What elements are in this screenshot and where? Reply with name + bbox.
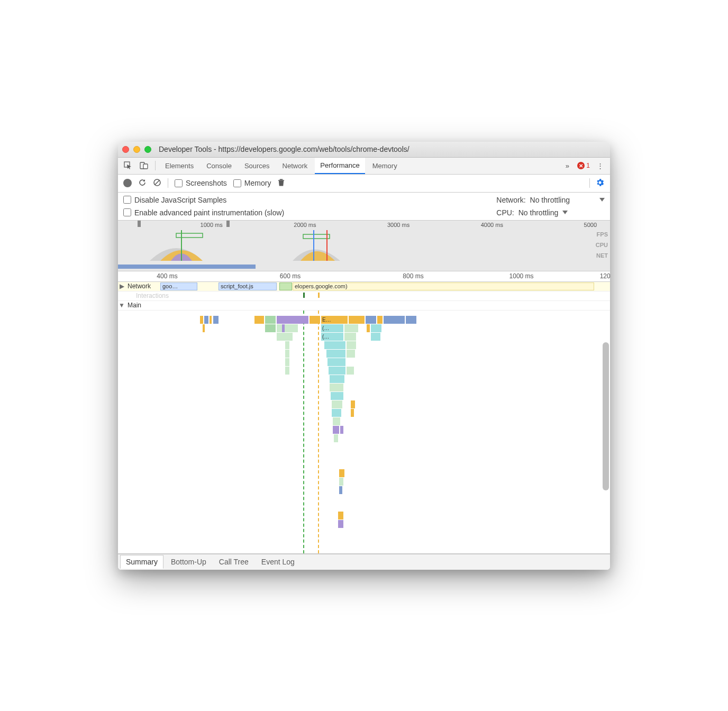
performance-toolbar: Screenshots Memory	[118, 175, 610, 193]
cpu-throttle-select[interactable]: CPU: No throttling	[496, 208, 568, 217]
devtools-window: Developer Tools - https://developers.goo…	[118, 142, 610, 570]
error-count-badge[interactable]: ✕ 1	[577, 162, 590, 169]
tab-console[interactable]: Console	[201, 158, 237, 174]
main-track-header[interactable]: ▼ Main	[118, 301, 610, 311]
overview-timeline[interactable]: 1000 ms 2000 ms 3000 ms 4000 ms 5000 FPS…	[118, 221, 610, 271]
network-request-item[interactable]: script_foot.js	[219, 282, 277, 290]
memory-checkbox[interactable]: Memory	[233, 179, 271, 187]
expand-icon[interactable]: ▶	[118, 282, 125, 290]
record-button[interactable]	[123, 179, 132, 187]
traffic-lights	[122, 146, 151, 153]
reload-button[interactable]	[138, 178, 147, 188]
svg-rect-8	[303, 234, 330, 239]
divider	[589, 178, 590, 188]
tab-call-tree[interactable]: Call Tree	[214, 555, 254, 568]
maximize-icon[interactable]	[144, 146, 151, 153]
garbage-collect-icon[interactable]	[277, 178, 285, 188]
device-toolbar-icon[interactable]	[137, 159, 151, 172]
chevron-down-icon	[562, 211, 568, 214]
more-tabs-icon[interactable]: »	[560, 159, 574, 172]
capture-settings-icon[interactable]	[595, 178, 605, 189]
chevron-down-icon	[599, 198, 605, 202]
network-track[interactable]: ▶ Network goo… script_foot.js elopers.go…	[118, 282, 610, 291]
network-request-item[interactable]: elopers.google.com)	[293, 282, 594, 290]
screenshots-checkbox[interactable]: Screenshots	[175, 179, 227, 187]
window-title: Developer Tools - https://developers.goo…	[159, 145, 606, 153]
overview-net-bar	[118, 265, 256, 269]
advanced-paint-checkbox[interactable]: Enable advanced paint instrumentation (s…	[123, 208, 284, 217]
tab-elements[interactable]: Elements	[160, 158, 199, 174]
flamechart-ruler[interactable]: 400 ms 600 ms 800 ms 1000 ms 120	[118, 271, 610, 282]
overview-ticks: 1000 ms 2000 ms 3000 ms 4000 ms 5000	[118, 221, 610, 230]
tab-sources[interactable]: Sources	[239, 158, 275, 174]
network-throttle-select[interactable]: Network: No throttling	[496, 196, 605, 204]
tab-network[interactable]: Network	[277, 158, 313, 174]
tracks-panel: ▶ Network goo… script_foot.js elopers.go…	[118, 282, 610, 554]
scrollbar[interactable]	[603, 342, 609, 490]
tab-summary[interactable]: Summary	[120, 555, 163, 569]
close-icon[interactable]	[122, 146, 129, 153]
svg-line-4	[155, 180, 159, 185]
tab-bottom-up[interactable]: Bottom-Up	[166, 555, 212, 568]
network-request-item[interactable]	[279, 282, 292, 290]
divider	[168, 178, 168, 188]
error-count: 1	[586, 162, 590, 169]
titlebar: Developer Tools - https://developers.goo…	[118, 142, 610, 158]
svg-rect-5	[280, 179, 283, 180]
interactions-track[interactable]: ▶ Interactions	[118, 291, 610, 301]
collapse-icon[interactable]: ▼	[118, 302, 125, 309]
svg-rect-2	[143, 164, 148, 169]
flamechart[interactable]: E… (… (…	[118, 311, 610, 554]
capture-options: Disable JavaScript Samples Enable advanc…	[118, 193, 610, 221]
error-icon: ✕	[577, 162, 585, 169]
tab-performance[interactable]: Performance	[315, 158, 365, 174]
svg-rect-6	[278, 180, 284, 180]
svg-rect-7	[176, 233, 203, 238]
details-tabbar: Summary Bottom-Up Call Tree Event Log	[118, 554, 610, 570]
disable-js-samples-checkbox[interactable]: Disable JavaScript Samples	[123, 196, 284, 204]
clear-button[interactable]	[153, 178, 161, 188]
inspect-element-icon[interactable]	[121, 159, 135, 172]
tab-event-log[interactable]: Event Log	[256, 555, 300, 568]
overview-labels: FPS CPU NET	[596, 231, 608, 259]
minimize-icon[interactable]	[133, 146, 140, 153]
kebab-menu-icon[interactable]: ⋮	[593, 159, 607, 172]
panel-tabbar: Elements Console Sources Network Perform…	[118, 158, 610, 175]
divider	[155, 161, 156, 170]
tab-memory[interactable]: Memory	[367, 158, 403, 174]
network-request-item[interactable]: goo…	[160, 282, 197, 290]
